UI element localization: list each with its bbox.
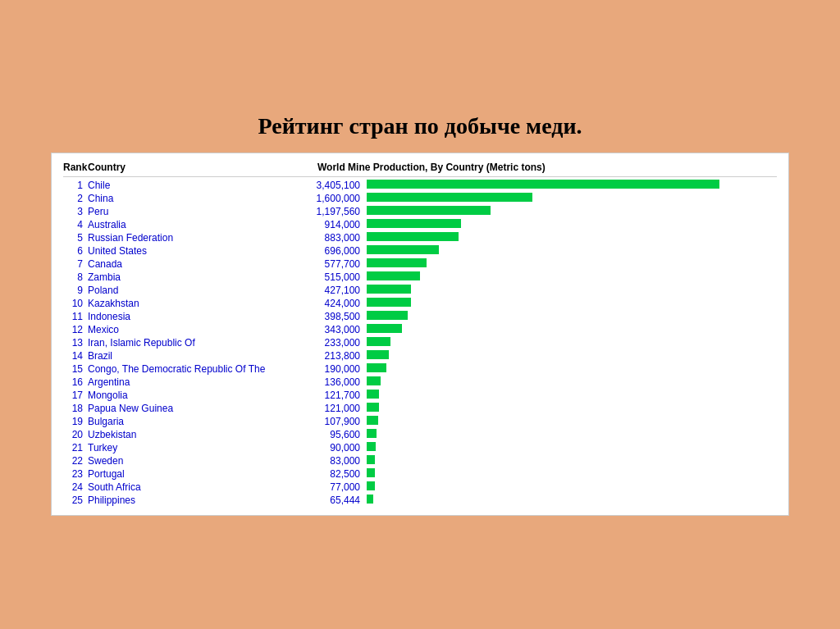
value-cell: 121,000 (293, 403, 367, 414)
table-row: 16 Argentina 136,000 (63, 376, 777, 389)
country-cell: South Africa (88, 481, 293, 493)
bar-cell (367, 245, 777, 257)
value-cell: 95,600 (293, 429, 367, 440)
rank-cell: 2 (63, 193, 88, 204)
bar (367, 376, 381, 385)
rank-cell: 12 (63, 324, 88, 335)
bar-cell (367, 298, 777, 309)
bar-cell (367, 350, 777, 362)
table-row: 21 Turkey 90,000 (63, 441, 777, 454)
country-cell: Russian Federation (88, 232, 293, 244)
rank-cell: 9 (63, 285, 88, 296)
bar (367, 258, 427, 267)
value-cell: 90,000 (293, 442, 367, 454)
country-cell: Portugal (88, 468, 293, 480)
table-container: Rank Country World Mine Production, By C… (51, 153, 789, 516)
bar-cell (367, 455, 777, 467)
bar-cell (367, 442, 777, 454)
table-row: 19 Bulgaria 107,900 (63, 415, 777, 428)
bar (367, 350, 389, 359)
bar (367, 416, 378, 425)
bar (367, 232, 459, 241)
bar (367, 468, 375, 477)
rank-cell: 25 (63, 495, 88, 506)
country-cell: Chile (88, 180, 293, 191)
rank-cell: 19 (63, 416, 88, 427)
table-header: Rank Country World Mine Production, By C… (63, 162, 777, 177)
value-cell: 577,700 (293, 258, 367, 270)
rank-cell: 11 (63, 311, 88, 322)
bar-cell (367, 416, 777, 427)
value-cell: 65,444 (293, 495, 367, 506)
bar (367, 219, 461, 228)
rank-cell: 17 (63, 390, 88, 401)
bar-cell (367, 232, 777, 244)
value-cell: 213,800 (293, 350, 367, 362)
rank-cell: 22 (63, 455, 88, 467)
table-row: 4 Australia 914,000 (63, 218, 777, 231)
table-row: 22 Sweden 83,000 (63, 454, 777, 467)
value-cell: 696,000 (293, 245, 367, 257)
rank-cell: 16 (63, 376, 88, 388)
table-row: 23 Portugal 82,500 (63, 467, 777, 481)
rank-cell: 7 (63, 258, 88, 270)
bar (367, 337, 390, 346)
country-cell: Papua New Guinea (88, 403, 293, 414)
country-cell: Australia (88, 219, 293, 230)
bar (367, 311, 408, 320)
country-cell: Turkey (88, 442, 293, 454)
table-row: 18 Papua New Guinea 121,000 (63, 402, 777, 415)
value-cell: 1,197,560 (293, 206, 367, 217)
rank-cell: 5 (63, 232, 88, 244)
bar-cell (367, 180, 777, 191)
page-title: Рейтинг стран по добыче меди. (51, 113, 789, 139)
value-cell: 83,000 (293, 455, 367, 467)
country-cell: United States (88, 245, 293, 257)
bar-cell (367, 193, 777, 204)
bar (367, 363, 386, 372)
header-country: Country (88, 162, 317, 173)
country-cell: Bulgaria (88, 416, 293, 427)
bar (367, 495, 373, 504)
table-row: 15 Congo, The Democratic Republic Of The… (63, 362, 777, 376)
table-row: 11 Indonesia 398,500 (63, 310, 777, 323)
bar-cell (367, 206, 777, 217)
bar (367, 324, 402, 333)
rank-cell: 4 (63, 219, 88, 230)
table-row: 20 Uzbekistan 95,600 (63, 428, 777, 441)
table-row: 12 Mexico 343,000 (63, 323, 777, 336)
bar-cell (367, 495, 777, 506)
table-row: 10 Kazakhstan 424,000 (63, 297, 777, 310)
bar (367, 271, 420, 280)
value-cell: 427,100 (293, 285, 367, 296)
table-row: 1 Chile 3,405,100 (63, 179, 777, 192)
country-cell: Peru (88, 206, 293, 217)
table-row: 13 Iran, Islamic Republic Of 233,000 (63, 336, 777, 349)
bar-cell (367, 429, 777, 440)
bar-cell (367, 481, 777, 493)
rank-cell: 24 (63, 481, 88, 493)
bar (367, 285, 411, 294)
bar (367, 298, 411, 307)
country-cell: Indonesia (88, 311, 293, 322)
bar-cell (367, 403, 777, 414)
rank-cell: 10 (63, 298, 88, 309)
bar (367, 481, 375, 490)
value-cell: 82,500 (293, 468, 367, 480)
table-row: 6 United States 696,000 (63, 244, 777, 258)
rank-cell: 15 (63, 363, 88, 375)
rank-cell: 14 (63, 350, 88, 362)
rank-cell: 20 (63, 429, 88, 440)
country-cell: Sweden (88, 455, 293, 467)
bar-cell (367, 271, 777, 283)
table-row: 5 Russian Federation 883,000 (63, 231, 777, 244)
rank-cell: 23 (63, 468, 88, 480)
country-cell: Mexico (88, 324, 293, 335)
bar-cell (367, 337, 777, 349)
bar (367, 245, 439, 254)
value-cell: 1,600,000 (293, 193, 367, 204)
value-cell: 136,000 (293, 376, 367, 388)
value-cell: 107,900 (293, 416, 367, 427)
table-row: 3 Peru 1,197,560 (63, 205, 777, 218)
bar-cell (367, 219, 777, 230)
